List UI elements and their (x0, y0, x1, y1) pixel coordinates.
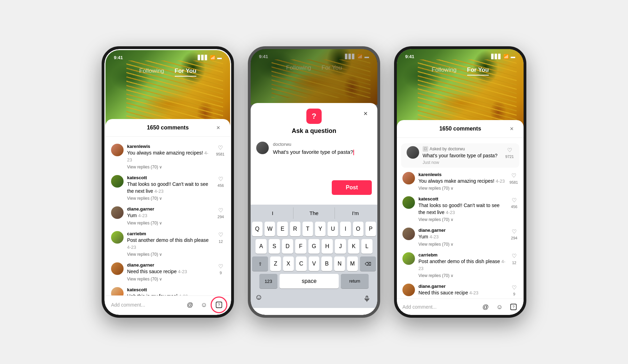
avatar-katescott-1 (111, 175, 124, 188)
question-icon-1[interactable]: ? (213, 299, 225, 310)
add-comment-placeholder-1[interactable]: Add comment... (111, 302, 181, 308)
view-replies-4[interactable]: View replies (70) ∨ (127, 252, 213, 257)
heart-icon-1[interactable]: ♡ (217, 144, 224, 151)
key-q[interactable]: Q (252, 222, 262, 236)
emoji-key[interactable]: ☺ (255, 293, 267, 305)
key-x[interactable]: X (283, 256, 294, 271)
key-shift[interactable]: ⇧ (252, 256, 268, 271)
key-n[interactable]: N (334, 256, 345, 271)
view-replies-2[interactable]: View replies (70) ∨ (127, 196, 213, 201)
comment-item-1: karenlewis You always make amazing recip… (105, 141, 230, 172)
suggestion-i[interactable]: I (252, 207, 293, 219)
key-c[interactable]: C (296, 256, 307, 271)
username3-3: diane.garner (418, 228, 507, 233)
tab-foryou-1[interactable]: For You (175, 68, 197, 77)
pinned-heart-3[interactable]: ♡ (506, 146, 513, 154)
at-icon-3[interactable]: @ (481, 302, 490, 311)
username3-5: diane.garner (418, 284, 507, 289)
comments-title-3: 1650 comments (439, 126, 481, 132)
heart-icon-5[interactable]: ♡ (217, 262, 225, 270)
key-t[interactable]: T (303, 222, 313, 236)
heart-icon-4[interactable]: ♡ (217, 231, 225, 239)
key-l[interactable]: L (361, 239, 372, 254)
view-replies-1[interactable]: View replies (70) ∨ (127, 165, 213, 169)
username3-1: karenlewis (418, 172, 506, 177)
close-comments-3[interactable]: × (507, 124, 517, 134)
key-o[interactable]: O (353, 222, 363, 236)
just-now-3: Just now (423, 160, 502, 165)
key-e[interactable]: E (277, 222, 288, 236)
key-p[interactable]: P (366, 222, 376, 236)
modal-input-area: doctorwu What's your favorite type of pa… (251, 142, 377, 169)
modal-question-input[interactable]: What's your favorite type of pasta? (273, 148, 372, 169)
comment3-text-1: You always make amazing recipes! 4-23 (418, 178, 506, 185)
tab-foryou-3[interactable]: For You (467, 66, 489, 76)
comment-actions-2: ♡ 456 (217, 175, 225, 188)
key-b[interactable]: B (321, 256, 332, 271)
modal-text-content[interactable]: doctorwu What's your favorite type of pa… (273, 142, 372, 169)
key-z[interactable]: Z (270, 256, 281, 271)
heart3-2[interactable]: ♡ (510, 196, 518, 204)
keyboard-row-3: ⇧ Z X C V B N M ⌫ (252, 256, 376, 271)
post-button-container: Post (251, 176, 377, 199)
key-a[interactable]: A (256, 239, 267, 254)
key-i[interactable]: I (340, 222, 351, 236)
view-replies3-2[interactable]: View replies (70) ∨ (418, 217, 507, 222)
key-k[interactable]: K (348, 239, 359, 254)
key-s[interactable]: S (269, 239, 280, 254)
comments-list-3: ☐ Asked by doctorwu What's your favorite… (397, 138, 524, 299)
key-123[interactable]: 123 (259, 274, 277, 288)
view-replies-3[interactable]: View replies (70) ∨ (127, 221, 213, 225)
pinned-question-3: ☐ Asked by doctorwu What's your favorite… (401, 143, 519, 168)
heart3-5[interactable]: ♡ (510, 284, 518, 291)
heart-icon-3[interactable]: ♡ (217, 206, 225, 214)
modal-username: doctorwu (273, 142, 372, 147)
close-comments-1[interactable]: × (213, 123, 223, 133)
key-v[interactable]: V (309, 256, 320, 271)
key-y[interactable]: Y (315, 222, 325, 236)
avatar-diane2-1 (111, 262, 124, 275)
modal-header: × (251, 103, 377, 109)
suggestion-im[interactable]: I'm (335, 207, 376, 219)
key-space[interactable]: space (280, 274, 339, 288)
view-replies3-3[interactable]: View replies (70) ∨ (418, 242, 507, 247)
mic-key[interactable] (361, 293, 373, 305)
key-delete[interactable]: ⌫ (360, 256, 376, 271)
key-g[interactable]: G (308, 239, 320, 254)
view-replies-5[interactable]: View replies (70) ∨ (127, 277, 213, 282)
phone-2: 9:41 ▋▋▋ 📶 ▬ Following For You (248, 46, 380, 318)
key-j[interactable]: J (335, 239, 346, 254)
key-f[interactable]: F (295, 239, 306, 254)
emoji-icon-1[interactable]: ☺ (199, 300, 209, 309)
heart3-1[interactable]: ♡ (510, 172, 518, 180)
key-m[interactable]: M (347, 256, 358, 271)
view-replies3-4[interactable]: View replies (70) ∨ (418, 273, 507, 278)
avatar-carriebm-1 (111, 231, 124, 244)
suggestion-the[interactable]: The (293, 207, 335, 219)
heart3-3[interactable]: ♡ (510, 228, 518, 235)
key-h[interactable]: H (322, 239, 333, 254)
avatar3-diane2 (402, 284, 415, 296)
comments-panel-3: 1650 comments × ☐ Asked by doctorwu What… (397, 120, 524, 315)
key-d[interactable]: D (282, 239, 293, 254)
avatar-doctorwu-3 (407, 146, 419, 159)
comment-text-2: That looks so good!! Can't wait to see t… (127, 181, 213, 195)
comment-item-2: katescott That looks so good!! Can't wai… (105, 172, 230, 204)
key-r[interactable]: R (290, 222, 300, 236)
heart-icon-2[interactable]: ♡ (217, 175, 225, 183)
key-return[interactable]: return (341, 274, 369, 288)
add-comment-placeholder-3[interactable]: Add comment... (402, 304, 477, 310)
like-count-1: 9581 (216, 152, 225, 156)
emoji-icon-3[interactable]: ☺ (495, 302, 504, 311)
view-replies3-1[interactable]: View replies (70) ∨ (418, 186, 506, 191)
modal-close-btn[interactable]: × (361, 109, 370, 118)
key-u[interactable]: U (328, 222, 338, 236)
post-button[interactable]: Post (332, 180, 372, 195)
tab-following-3[interactable]: Following (432, 66, 457, 76)
tab-following-1[interactable]: Following (139, 68, 164, 77)
like-count-3: 294 (218, 215, 224, 219)
at-icon-1[interactable]: @ (186, 300, 195, 309)
heart3-4[interactable]: ♡ (510, 252, 518, 260)
key-w[interactable]: W (265, 222, 275, 236)
question-icon-3[interactable]: ? (509, 302, 518, 311)
